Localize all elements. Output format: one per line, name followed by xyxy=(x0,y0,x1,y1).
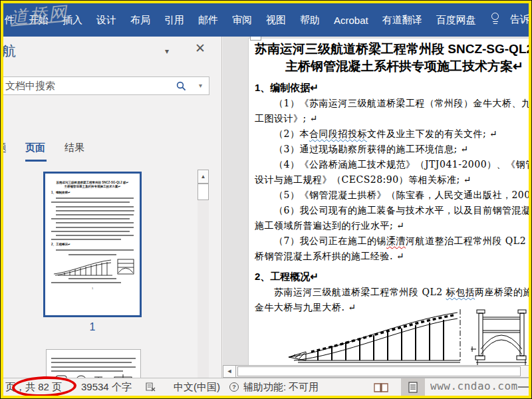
ribbon-tab[interactable]: 视图 xyxy=(266,14,286,27)
search-input[interactable]: 文档中搜索 ▾ xyxy=(3,76,209,95)
thumb-text-line xyxy=(51,218,130,219)
ribbon-tab[interactable]: 有道翻译 xyxy=(382,14,422,27)
tab-headings[interactable]: 题 xyxy=(3,142,9,154)
thumb-heading: 1、编制依据↵ xyxy=(51,191,134,195)
doc-paragraph: 施工领域所普遍达到的行业水平; ↵ xyxy=(255,218,530,233)
thumb-text-line xyxy=(68,254,116,255)
screenshot-frame: 件开始插入设计布局引用邮件审阅视图帮助Acrobat有道翻译百度网盘 告诉 道桥… xyxy=(0,0,532,399)
ribbon-tab[interactable]: 布局 xyxy=(130,14,150,27)
lightbulb-base xyxy=(493,21,498,22)
ribbon-tab[interactable]: 设计 xyxy=(96,14,116,27)
doc-heading-2: 2、工程概况↵ xyxy=(255,269,530,285)
ribbon-tab[interactable]: Acrobat xyxy=(334,15,368,26)
word-count-status[interactable]: 39534 个字 xyxy=(81,381,132,394)
spelling-flagged-text: 溧漕 xyxy=(386,235,406,246)
thumb-text-line xyxy=(56,235,134,236)
navigation-pane-title: 航 xyxy=(3,42,16,61)
read-mode-icon[interactable] xyxy=(373,382,389,395)
ribbon-tab[interactable]: 百度网盘 xyxy=(436,14,476,27)
thumb-text-line xyxy=(56,249,134,251)
thumb-text-line xyxy=(56,222,134,223)
lightbulb-glass xyxy=(491,13,499,20)
thumb-text-line xyxy=(51,366,136,368)
thumb-heading: 2、工程概况↵ xyxy=(51,243,134,247)
nav-scrollbar-thumb[interactable] xyxy=(198,184,209,200)
lightbulb-icon[interactable] xyxy=(491,13,500,25)
doc-paragraph: （1）《苏南运河三级航道桥梁工程（常州段）金牛大桥、九里桥 xyxy=(255,96,530,111)
accessibility-status[interactable]: 辅助功能: 不可用 xyxy=(243,381,319,394)
text-run: 两座桥梁的施工， xyxy=(475,287,530,297)
thumb-text-line xyxy=(56,206,134,207)
print-layout-view-button[interactable] xyxy=(401,378,425,396)
lightbulb-base2 xyxy=(493,23,497,24)
ribbon-tab[interactable]: 邮件 xyxy=(198,14,218,27)
nav-close-icon[interactable]: ✕ xyxy=(195,41,205,56)
doc-paragraph: 设计与施工规程》（CECS28:90）等相关标准; ↵ xyxy=(255,172,530,188)
ribbon-tab[interactable]: 引用 xyxy=(164,14,184,27)
ribbon-tab-tellme[interactable]: 告诉 xyxy=(510,13,530,26)
thumb-page-number: 1 xyxy=(51,287,134,290)
thumb-text-line xyxy=(56,214,134,215)
doc-paragraph: 苏南运河三级航道桥梁工程常州段 QL2 标包括两座桥梁的施工， xyxy=(255,285,530,300)
thumbnail-1-label: 1 xyxy=(43,321,142,333)
doc-paragraph: （6）我公司现有的施工装备与技术水平，以及目前钢管混凝土拱 xyxy=(255,203,530,218)
search-placeholder: 文档中搜索 xyxy=(5,80,55,92)
page-thumbnail-1[interactable]: 苏南运河三级航道桥梁工程常州段 SNCZ-SG-QL2 标↵ 主桥钢管混凝土系杆… xyxy=(43,172,142,317)
thumb-bridge-drawing xyxy=(51,258,136,276)
ribbon-tab[interactable]: 审阅 xyxy=(232,14,252,27)
bridge-elevation-drawing xyxy=(279,308,530,365)
tab-pages-active-underline xyxy=(25,160,47,162)
page-thumbnail-2[interactable] xyxy=(46,349,141,378)
doc-paragraph: （2）本合同段招投标文件及业主下发的有关文件; ↵ xyxy=(255,126,530,142)
thumb-text-line xyxy=(56,227,134,228)
thumb-text-line xyxy=(56,198,134,199)
thumb-text-line xyxy=(51,282,121,283)
text-run: 河航道整治工程常州段 QL2 标改线 xyxy=(406,235,530,246)
scroll-left-icon[interactable]: ◄ xyxy=(223,366,236,377)
thumb-text-line xyxy=(51,239,121,240)
ribbon-tab-bar: 件开始插入设计布局引用邮件审阅视图帮助Acrobat有道翻译百度网盘 xyxy=(3,3,529,37)
tab-results[interactable]: 结果 xyxy=(65,142,84,154)
doc-title-line1: 苏南运河三级航道桥梁工程常州段 SNCZ-SG-QL2 标↵ xyxy=(255,41,530,58)
text-run: 苏南运河三级航道桥梁工程常州段 QL2 xyxy=(274,287,446,297)
language-status[interactable]: 中文(中国) xyxy=(174,381,220,394)
thumb-caption-line xyxy=(68,278,116,279)
doc-heading-1: 1、编制依据↵ xyxy=(255,80,530,96)
search-dropdown-icon[interactable]: ▾ xyxy=(199,82,202,89)
navigation-pane: 航 ▾ ✕ 文档中搜索 ▾ 题 页面 结果 苏南运河三级航道桥梁工程常州段 SN… xyxy=(3,37,222,378)
thumb-text-line xyxy=(51,362,132,363)
tab-pages[interactable]: 页面 xyxy=(25,142,45,154)
word-window: 件开始插入设计布局引用邮件审阅视图帮助Acrobat有道翻译百度网盘 告诉 道桥… xyxy=(1,1,531,398)
accessibility-icon: ? xyxy=(229,382,239,392)
doc-paragraph: （7）我公司正在施工的锡溧漕河航道整治工程常州段 QL2 标改线 xyxy=(255,233,530,249)
text-run: （7）我公司正在施工的锡 xyxy=(274,235,386,246)
nav-options-dropdown-icon[interactable]: ▾ xyxy=(165,47,169,56)
doc-paragraph: 桥钢管混凝土系杆拱的施工经验. ↵ xyxy=(255,249,530,264)
nav-scrollbar[interactable]: ▲ ▼ xyxy=(198,170,209,378)
thumb-text-line xyxy=(51,201,130,203)
document-content: 苏南运河三级航道桥梁工程常州段 SNCZ-SG-QL2 标↵ 主桥钢管混凝土系杆… xyxy=(255,41,530,315)
thumb-text-line xyxy=(51,358,136,359)
scroll-up-icon[interactable]: ▲ xyxy=(198,170,209,184)
doc-title-line2: 主桥钢管混凝土系杆拱专项施工技术方案↵ xyxy=(255,58,530,75)
status-bar: 页，共 82 页 39534 个字 中文(中国) ? 辅助功能: 不可用 www… xyxy=(3,378,529,396)
document-area: 苏南运河三级航道桥梁工程常州段 SNCZ-SG-QL2 标↵ 主桥钢管混凝土系杆… xyxy=(223,37,530,378)
grammar-flagged-text: 合同段招投标 xyxy=(309,128,367,139)
proofing-errors-icon[interactable] xyxy=(145,382,157,394)
ribbon-tab[interactable]: 帮助 xyxy=(300,14,320,27)
text-run: 文件及业主下发的有关文件; ↵ xyxy=(367,128,497,139)
watermark-top-left: 道桥网 xyxy=(9,1,69,29)
text-run: （2）本 xyxy=(274,128,309,139)
doc-paragraph: （4）《公路桥涵施工技术规范》（JTJ041-2000）、《钢管混凝土结 xyxy=(255,157,530,172)
thumb-text-line xyxy=(56,210,134,211)
doc-paragraph: （3）通过现场勘察所获得的施工环境信息; ↵ xyxy=(255,142,530,157)
horizontal-scrollbar-thumb[interactable] xyxy=(237,366,521,376)
search-icon[interactable] xyxy=(176,81,186,94)
watermark-bottom-right: www.cndao.com xyxy=(430,380,518,392)
doc-paragraph: 工图设计》; ↵ xyxy=(255,111,530,126)
doc-paragraph: （5）《钢管混凝土拱桥》（陈宝春，人民交通出版社，2007.1.1） xyxy=(255,188,530,203)
thumb-text-line xyxy=(51,370,123,372)
horizontal-scrollbar[interactable]: ◄ xyxy=(223,365,530,378)
grammar-flagged-text: 标包括 xyxy=(446,287,475,297)
watermark-dash xyxy=(518,386,529,388)
